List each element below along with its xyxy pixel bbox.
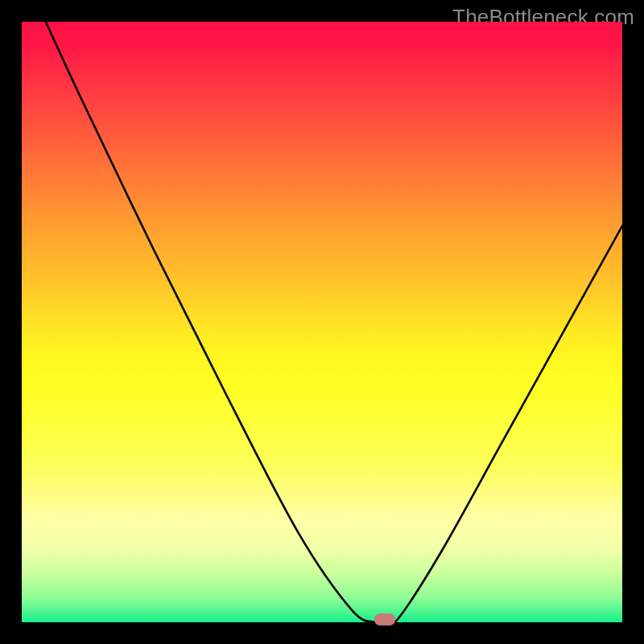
plot-area bbox=[22, 22, 622, 622]
minimum-marker bbox=[374, 613, 395, 625]
background-gradient bbox=[22, 22, 622, 622]
chart-frame: TheBottleneck.com bbox=[0, 0, 644, 644]
